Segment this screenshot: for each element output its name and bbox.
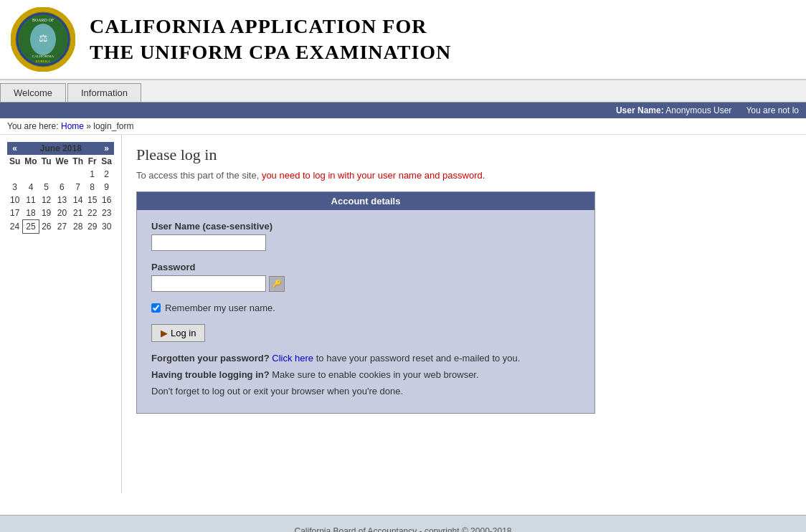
cal-day[interactable]: 17	[7, 206, 22, 220]
cal-week-3: 10 11 12 13 14 15 16	[7, 194, 114, 206]
cal-next-btn[interactable]: »	[99, 142, 114, 155]
cal-day[interactable]: 28	[70, 220, 85, 234]
not-logged-in: You are not lo	[746, 105, 799, 115]
cal-day-headers: Su Mo Tu We Th Fr Sa	[7, 155, 114, 168]
breadcrumb-sep: »	[86, 121, 91, 131]
forgot-section: Forgotten your password? Click here to h…	[151, 353, 580, 396]
password-icon-btn[interactable]: 🔑	[269, 276, 285, 292]
day-we: We	[54, 155, 71, 168]
password-group: Password 🔑	[151, 262, 580, 292]
title-line1: California Application for	[90, 15, 427, 37]
site-title: California Application for the Uniform C…	[90, 14, 451, 66]
day-fr: Fr	[85, 155, 99, 168]
intro-text: To access this part of the site, you nee…	[136, 170, 792, 181]
cal-day[interactable]: 21	[70, 206, 85, 220]
logo-seal: BOARD OF CALIFORNIA EUREKA ⚖	[11, 7, 75, 72]
login-button[interactable]: ▶ Log in	[151, 324, 205, 342]
cal-day[interactable]: 16	[99, 194, 114, 206]
svg-text:BOARD OF: BOARD OF	[32, 18, 54, 22]
content: Please log in To access this part of the…	[122, 135, 806, 493]
cal-day[interactable]	[70, 168, 85, 181]
cal-week-4: 17 18 19 20 21 22 23	[7, 206, 114, 220]
password-label: Password	[151, 262, 580, 272]
cal-week-2: 3 4 5 6 7 8 9	[7, 181, 114, 194]
click-here-link[interactable]: Click here	[272, 353, 313, 364]
user-name-display: User Name: Anonymous User	[616, 105, 731, 115]
cal-day[interactable]	[39, 168, 54, 181]
day-su: Su	[7, 155, 22, 168]
remember-checkbox[interactable]	[151, 303, 161, 313]
cal-day[interactable]: 3	[7, 181, 22, 194]
page-header: BOARD OF CALIFORNIA EUREKA ⚖ California …	[0, 0, 806, 80]
account-box: Account details User Name (case-sensitiv…	[136, 191, 595, 414]
cal-day[interactable]: 5	[39, 181, 54, 194]
cal-day[interactable]	[22, 168, 39, 181]
tab-welcome[interactable]: Welcome	[0, 83, 66, 102]
cal-day[interactable]	[54, 168, 71, 181]
cal-day[interactable]: 26	[39, 220, 54, 234]
day-mo: Mo	[22, 155, 39, 168]
logout-reminder: Don't forget to log out or exit your bro…	[151, 386, 580, 396]
cal-day[interactable]: 24	[7, 220, 22, 234]
login-icon: ▶	[161, 328, 168, 338]
intro-colored: you need to log in with your user name a…	[262, 170, 485, 181]
cal-day[interactable]: 22	[85, 206, 99, 220]
cal-day[interactable]: 8	[85, 181, 99, 194]
cal-day[interactable]: 23	[99, 206, 114, 220]
password-row: 🔑	[151, 275, 580, 292]
cal-day[interactable]: 19	[39, 206, 54, 220]
trouble-label: Having trouble logging in?	[151, 369, 270, 380]
trouble-detail: Make sure to enable cookies in your web …	[272, 369, 478, 380]
remember-row: Remember my user name.	[151, 303, 580, 313]
cal-day-today[interactable]: 25	[22, 220, 39, 234]
password-input[interactable]	[151, 275, 266, 292]
title-line2: the Uniform CPA Examination	[90, 41, 451, 63]
cal-day[interactable]: 13	[54, 194, 71, 206]
day-tu: Tu	[39, 155, 54, 168]
breadcrumb: You are here: Home » login_form	[0, 118, 806, 135]
intro-plain: To access this part of the site,	[136, 170, 259, 181]
username-input[interactable]	[151, 234, 266, 251]
breadcrumb-current: login_form	[93, 121, 133, 131]
login-button-label: Log in	[171, 328, 196, 338]
cal-day[interactable]: 27	[54, 220, 71, 234]
svg-text:⚖: ⚖	[39, 32, 48, 44]
tab-information[interactable]: Information	[67, 83, 141, 102]
cal-day[interactable]: 14	[70, 194, 85, 206]
account-box-body: User Name (case-sensitive) Password 🔑 Re…	[137, 210, 594, 413]
account-box-header: Account details	[137, 192, 594, 210]
breadcrumb-home[interactable]: Home	[61, 121, 84, 131]
cal-day[interactable]	[7, 168, 22, 181]
breadcrumb-prefix: You are here:	[7, 121, 59, 131]
status-bar: User Name: Anonymous User You are not lo	[0, 103, 806, 118]
cal-day[interactable]: 11	[22, 194, 39, 206]
cal-day[interactable]: 7	[70, 181, 85, 194]
cal-day[interactable]: 15	[85, 194, 99, 206]
calendar: « June 2018 » Su Mo Tu We Th Fr Sa 1 2	[7, 142, 114, 234]
cal-day[interactable]: 20	[54, 206, 71, 220]
cal-day[interactable]: 18	[22, 206, 39, 220]
cal-day[interactable]: 2	[99, 168, 114, 181]
forgot-password-text: Forgotten your password? Click here to h…	[151, 353, 580, 364]
username-label: User Name (case-sensitive)	[151, 221, 580, 232]
cal-day[interactable]: 30	[99, 220, 114, 234]
user-name-label: User Name:	[616, 105, 664, 115]
trouble-text: Having trouble logging in? Make sure to …	[151, 369, 580, 380]
cal-prev-btn[interactable]: «	[7, 142, 22, 155]
page-title: Please log in	[136, 146, 792, 164]
username-group: User Name (case-sensitive)	[151, 221, 580, 251]
nav-tabs: Welcome Information	[0, 80, 806, 103]
cal-day[interactable]: 12	[39, 194, 54, 206]
cal-day[interactable]: 1	[85, 168, 99, 181]
cal-day[interactable]: 4	[22, 181, 39, 194]
main-layout: « June 2018 » Su Mo Tu We Th Fr Sa 1 2	[0, 135, 806, 493]
cal-week-1: 1 2	[7, 168, 114, 181]
cal-day[interactable]: 6	[54, 181, 71, 194]
cal-day[interactable]: 9	[99, 181, 114, 194]
cal-day[interactable]: 10	[7, 194, 22, 206]
footer-line1: California Board of Accountancy - copyri…	[7, 526, 799, 532]
user-name-value: Anonymous User	[665, 105, 731, 115]
forgot-label: Forgotten your password?	[151, 353, 270, 364]
cal-day[interactable]: 29	[85, 220, 99, 234]
day-th: Th	[70, 155, 85, 168]
